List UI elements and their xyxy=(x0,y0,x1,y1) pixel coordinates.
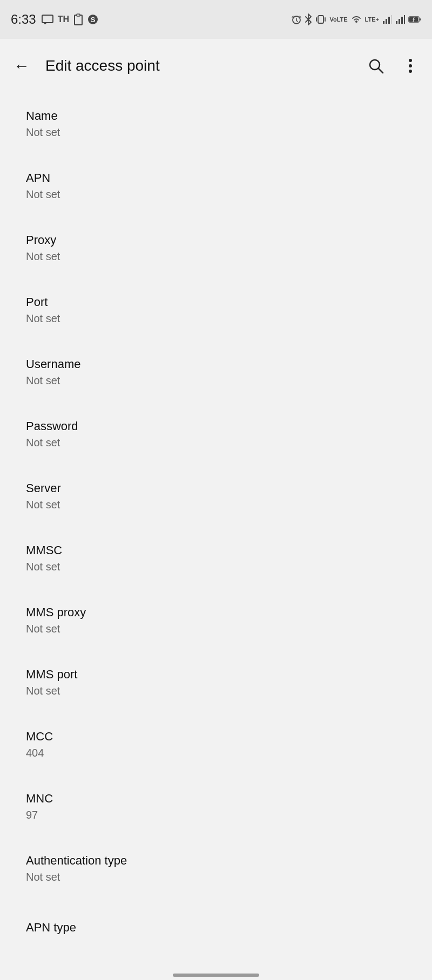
svg-rect-0 xyxy=(42,15,53,23)
settings-item[interactable]: MMSCNot set xyxy=(0,527,432,589)
svg-rect-8 xyxy=(383,21,384,24)
th-icon: TH xyxy=(58,15,69,24)
settings-field-value: Not set xyxy=(26,126,406,139)
settings-field-value: Not set xyxy=(26,685,406,697)
settings-field-label: APN type xyxy=(26,921,406,935)
settings-item[interactable]: PortNot set xyxy=(0,279,432,341)
signal2-icon xyxy=(395,15,405,24)
scroll-indicator xyxy=(173,974,259,977)
settings-field-label: APN xyxy=(26,171,406,185)
status-bar: 6:33 TH S xyxy=(0,0,432,39)
search-button[interactable] xyxy=(363,53,389,79)
back-icon: ← xyxy=(14,57,30,75)
vibrate-icon xyxy=(315,14,326,25)
settings-field-value: Not set xyxy=(26,312,406,325)
settings-item[interactable]: MMS proxyNot set xyxy=(0,589,432,651)
settings-item[interactable]: UsernameNot set xyxy=(0,341,432,403)
app-bar-actions xyxy=(363,53,423,79)
svg-rect-10 xyxy=(388,17,390,24)
svg-rect-9 xyxy=(386,19,387,24)
settings-field-value: Not set xyxy=(26,561,406,573)
status-time: 6:33 xyxy=(11,12,36,27)
settings-item[interactable]: Authentication typeNot set xyxy=(0,838,432,900)
svg-point-20 xyxy=(409,59,412,62)
settings-field-label: Username xyxy=(26,357,406,371)
app-bar: ← Edit access point xyxy=(0,39,432,93)
settings-field-label: MMS port xyxy=(26,668,406,682)
svg-rect-2 xyxy=(77,14,80,16)
settings-field-label: MNC xyxy=(26,792,406,806)
hotspot-icon xyxy=(351,14,362,25)
settings-item[interactable]: MCC404 xyxy=(0,713,432,775)
search-icon xyxy=(368,58,384,74)
settings-field-label: MCC xyxy=(26,730,406,744)
svg-rect-18 xyxy=(420,18,421,21)
settings-field-label: Name xyxy=(26,109,406,123)
more-vert-icon xyxy=(408,58,413,74)
more-options-button[interactable] xyxy=(397,53,423,79)
message-icon xyxy=(42,15,53,24)
settings-field-value: Not set xyxy=(26,250,406,263)
settings-field-value: Not set xyxy=(26,375,406,387)
bottom-bar xyxy=(0,959,432,980)
svg-rect-12 xyxy=(396,21,397,24)
back-button[interactable]: ← xyxy=(9,53,35,79)
svg-rect-15 xyxy=(404,15,405,24)
svg-rect-6 xyxy=(318,16,323,23)
settings-list: NameNot setAPNNot setProxyNot setPortNot… xyxy=(0,93,432,959)
signal1-icon xyxy=(382,15,392,24)
settings-field-value: 404 xyxy=(26,747,406,759)
status-icons-left: TH S xyxy=(42,13,98,25)
settings-item[interactable]: APNNot set xyxy=(0,155,432,217)
settings-field-label: Port xyxy=(26,295,406,309)
svg-rect-11 xyxy=(391,15,392,24)
volte-icon: VoLTE xyxy=(329,17,347,23)
settings-field-label: MMS proxy xyxy=(26,605,406,620)
settings-field-label: Proxy xyxy=(26,233,406,247)
settings-field-value: Not set xyxy=(26,437,406,449)
settings-item[interactable]: PasswordNot set xyxy=(0,403,432,465)
status-bar-left: 6:33 TH S xyxy=(11,12,98,27)
svg-rect-14 xyxy=(401,17,403,24)
shazam-icon: S xyxy=(87,14,98,25)
svg-point-22 xyxy=(409,70,412,73)
settings-item[interactable]: MMS portNot set xyxy=(0,651,432,713)
settings-item[interactable]: ProxyNot set xyxy=(0,217,432,279)
settings-field-value: Not set xyxy=(26,188,406,201)
lte-icon: LTE+ xyxy=(365,17,379,23)
settings-field-label: Server xyxy=(26,481,406,495)
settings-item[interactable]: APN type xyxy=(0,900,432,959)
page-title: Edit access point xyxy=(45,57,352,74)
settings-item[interactable]: ServerNot set xyxy=(0,465,432,527)
svg-point-21 xyxy=(409,64,412,67)
svg-rect-13 xyxy=(399,19,400,24)
svg-point-7 xyxy=(355,21,357,23)
status-icons-right: VoLTE LTE+ xyxy=(292,13,421,25)
settings-item[interactable]: NameNot set xyxy=(0,93,432,155)
bluetooth-icon xyxy=(305,13,312,25)
settings-field-label: MMSC xyxy=(26,543,406,557)
battery-icon xyxy=(408,16,421,23)
settings-field-label: Authentication type xyxy=(26,854,406,868)
settings-item[interactable]: MNC97 xyxy=(0,775,432,838)
settings-field-value: Not set xyxy=(26,623,406,635)
clipboard-icon xyxy=(73,13,83,25)
svg-text:S: S xyxy=(91,16,96,24)
settings-field-value: Not set xyxy=(26,871,406,883)
alarm-icon xyxy=(292,15,301,24)
settings-field-value: Not set xyxy=(26,499,406,511)
settings-field-value: 97 xyxy=(26,809,406,821)
settings-field-label: Password xyxy=(26,419,406,433)
